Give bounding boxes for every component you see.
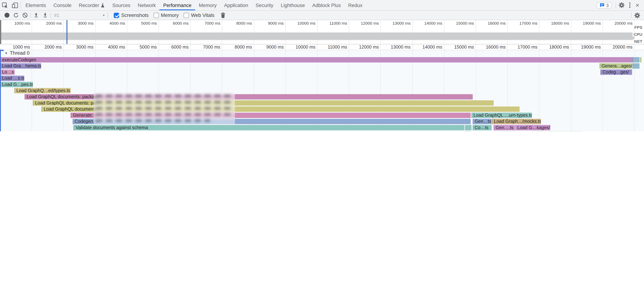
checkbox-memory[interactable]: Memory [154, 13, 178, 18]
flame-bar-executecodegen[interactable]: executeCodegen [0, 57, 632, 63]
timeline-overview[interactable]: 1000 ms2000 ms3000 ms4000 ms5000 ms6000 … [0, 20, 644, 45]
flame-bar-load-g-kages[interactable]: Load G…kages/ [515, 125, 550, 130]
flame-tick-label: 12000 ms [359, 45, 380, 49]
tab-label: Memory [199, 2, 217, 8]
performance-chart-region: 1000 ms2000 ms3000 ms4000 ms5000 ms6000 … [0, 20, 644, 131]
tab-application[interactable]: Application [220, 0, 252, 10]
flame-bar-genera-ages[interactable]: Genera…ages/ [600, 63, 632, 69]
save-profile-button[interactable] [40, 11, 50, 20]
overview-tick-label: 4000 ms [110, 21, 127, 26]
tab-label: Redux [348, 2, 362, 8]
tab-redux[interactable]: Redux [344, 0, 366, 10]
flame-bar[interactable] [465, 125, 471, 130]
tab-elements[interactable]: Elements [22, 0, 50, 10]
overview-cursor-line[interactable] [67, 20, 68, 44]
flame-bar[interactable] [640, 57, 642, 63]
checkbox-unchecked-icon[interactable] [154, 13, 159, 18]
reload-and-record-button[interactable] [12, 11, 20, 20]
flame-bar-cod-ts[interactable]: Cod.…ts [495, 131, 515, 131]
toolbar-divider-2 [50, 13, 51, 18]
flame-bar-load-graph-mocks-ts[interactable]: Load Graph…/mocks.ts [492, 119, 541, 124]
more-options-button[interactable] [626, 3, 633, 8]
load-profile-button[interactable] [32, 11, 40, 20]
record-icon [4, 13, 9, 18]
flame-tick-label: 7000 ms [203, 45, 222, 49]
flame-bar[interactable] [494, 131, 495, 131]
tab-sources[interactable]: Sources [108, 0, 134, 10]
flame-bar-load-graph-n-types-ts[interactable]: Load Graph…n-types.ts [531, 131, 582, 131]
overview-left-handle[interactable] [0, 20, 1, 44]
redacted-labels-region [94, 92, 235, 125]
flame-bar-gen-ts[interactable]: Gen…ts [472, 119, 492, 124]
panel-tabs-strip: ElementsConsoleRecorderSourcesNetworkPer… [22, 0, 366, 10]
tab-label: Console [53, 2, 72, 8]
tabbar-divider [20, 2, 21, 9]
toolbar-divider-1 [30, 13, 31, 18]
checkbox-web-vitals[interactable]: Web Vitals [184, 13, 214, 18]
flame-bar-gen-ts[interactable]: Gen.…ts [494, 125, 515, 130]
thread-header[interactable]: ▼ Thread 0 [0, 50, 30, 57]
flame-bar-validate-documents-against-schema[interactable]: Validate documents against schema [74, 125, 464, 130]
flame-bar-load-graphq-ed-types-ts[interactable]: Load GraphQ…ed/types.ts [14, 88, 70, 93]
tab-label: Elements [26, 2, 46, 8]
overview-tick-label: 7000 ms [204, 21, 222, 26]
chevron-down-icon: ▼ [102, 14, 107, 17]
flame-row-3: Lo…sCodeg…ges/ [0, 69, 644, 75]
tab-recorder[interactable]: Recorder [75, 0, 108, 10]
delete-recording-button[interactable] [218, 11, 228, 20]
overview-row-label-cpu: CPU [632, 32, 644, 37]
flame-bar-load-s-ts[interactable]: Load …s.ts [0, 76, 24, 81]
checkbox-label: Memory [161, 13, 178, 18]
clear-button[interactable] [20, 11, 30, 20]
flame-bar-load-gra-hema-ts[interactable]: Load Gra…hema.ts [0, 63, 41, 69]
record-button[interactable] [2, 11, 12, 20]
tab-memory[interactable]: Memory [195, 0, 220, 10]
checkbox-unchecked-icon[interactable] [184, 13, 189, 18]
toolbar-divider-3 [108, 13, 108, 18]
flame-bar-load-graphql-documents-package[interactable]: Load GraphQL documents: package [24, 94, 472, 100]
close-devtools-button[interactable]: × [634, 2, 642, 8]
tabbar-right-divider [616, 2, 616, 8]
overview-tick-label: 15000 ms [456, 21, 476, 26]
disclosure-triangle-icon: ▼ [4, 51, 8, 55]
flame-tick-label: 1000 ms [13, 45, 32, 49]
tab-performance[interactable]: Performance [160, 0, 195, 10]
flame-tick-label: 5000 ms [140, 45, 159, 49]
flame-bar-lo-s[interactable]: Lo…s [0, 69, 15, 75]
inspect-element-button[interactable] [0, 0, 10, 10]
device-toolbar-button[interactable] [10, 0, 20, 10]
checkbox-screenshots[interactable]: Screenshots [114, 13, 148, 18]
overview-fps-track [0, 26, 634, 33]
capture-settings-button[interactable] [632, 12, 642, 18]
flame-bar[interactable] [632, 57, 640, 63]
profile-history-select[interactable]: #1 ▼ [52, 13, 107, 18]
flame-tick-label: 3000 ms [76, 45, 95, 49]
flame-ruler: 1000 ms2000 ms3000 ms4000 ms5000 ms6000 … [0, 44, 644, 50]
tab-lighthouse[interactable]: Lighthouse [277, 0, 308, 10]
gear-icon [618, 2, 624, 8]
tab-console[interactable]: Console [50, 0, 75, 10]
download-icon [42, 13, 48, 18]
flame-row-4: Load …s.ts [0, 75, 644, 81]
flame-tick-label: 2000 ms [44, 45, 64, 49]
tab-adblock-plus[interactable]: Adblock Plus [308, 0, 344, 10]
flame-tick-label: 9000 ms [266, 45, 286, 49]
flame-bar-load-g-pes-ts[interactable]: Load G…pes.ts [0, 82, 33, 87]
flame-bar[interactable] [519, 131, 520, 131]
flame-bar[interactable] [464, 131, 471, 131]
flame-bar-load-graphql-urn-types-ts[interactable]: Load GraphQL …urn-types.ts [471, 113, 532, 118]
checkbox-checked-icon[interactable] [114, 13, 119, 18]
flame-bar[interactable] [632, 63, 640, 69]
flame-bar-codeg-ges[interactable]: Codeg…ges/ [600, 69, 632, 75]
tab-security[interactable]: Security [252, 0, 277, 10]
overview-tick-label: 3000 ms [78, 21, 95, 26]
tab-label: Performance [163, 2, 191, 8]
settings-button[interactable] [617, 2, 626, 8]
trash-icon [220, 13, 225, 18]
reload-icon [13, 13, 19, 18]
tab-network[interactable]: Network [134, 0, 160, 10]
profile-label: #1 [54, 13, 59, 18]
flame-bar-co-ts[interactable]: Co…ts [472, 125, 492, 130]
flame-chart[interactable]: ▼ Thread 0 executeCodegenLoad Gra…hema.t… [0, 50, 644, 131]
issues-badge[interactable]: 3 [597, 2, 612, 9]
